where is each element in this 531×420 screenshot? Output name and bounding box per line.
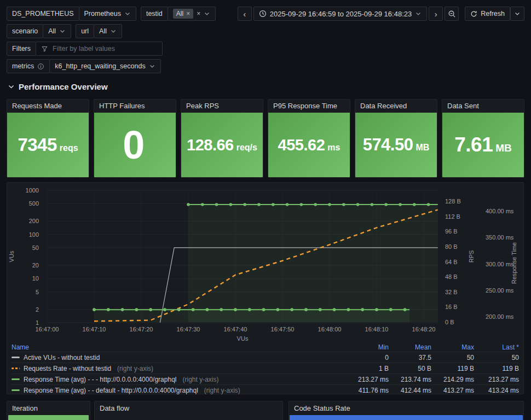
svg-text:16:47:50: 16:47:50	[271, 326, 295, 332]
svg-text:500: 500	[29, 200, 39, 207]
svg-text:250.00 ms: 250.00 ms	[486, 287, 514, 294]
legend-mean-header[interactable]: Mean	[389, 343, 431, 351]
code-status-rate-panel: Code Status Rate	[288, 401, 524, 420]
series-mean: 50 B	[389, 365, 431, 372]
legend-min-header[interactable]: Min	[346, 343, 389, 351]
legend-series-toggle[interactable]: Response Time (avg) - - default - http:/…	[11, 387, 346, 394]
testid-picker[interactable]: All × ×	[168, 7, 216, 21]
svg-text:10: 10	[32, 275, 39, 282]
filters-input[interactable]	[51, 44, 157, 53]
chevron-down-icon	[514, 10, 521, 17]
svg-text:400.00 ms: 400.00 ms	[486, 208, 514, 214]
legend-series-toggle[interactable]: Active VUs - without testid	[11, 354, 346, 361]
svg-text:350.00 ms: 350.00 ms	[486, 234, 514, 241]
scenario-picker[interactable]: All	[43, 24, 71, 38]
svg-text:5: 5	[36, 289, 39, 295]
timeseries-chart[interactable]: 100050020010050201052116:47:0016:47:1016…	[7, 183, 523, 341]
legend-last-header[interactable]: Last *	[474, 343, 519, 351]
series-last: 213.27 ms	[474, 376, 519, 383]
iteration-gauge-bar	[8, 415, 89, 420]
series-min: 1 B	[346, 365, 389, 372]
scenario-label-text: scenario	[12, 27, 38, 35]
refresh-interval-picker[interactable]	[510, 7, 524, 21]
chevron-down-icon	[8, 83, 15, 90]
stat-unit: reqs	[60, 143, 78, 153]
series-mean: 412.44 ms	[389, 387, 431, 394]
stat-peak-rps: Peak RPS 128.66 req/s	[181, 99, 263, 178]
url-label: url	[76, 24, 94, 38]
stat-value: 455.62	[278, 136, 325, 154]
svg-text:48 B: 48 B	[445, 273, 458, 280]
svg-text:200.00 ms: 200.00 ms	[486, 313, 514, 320]
svg-text:32 B: 32 B	[445, 289, 458, 295]
scenario-value: All	[48, 27, 56, 35]
time-shift-forward-button[interactable]: ›	[429, 7, 443, 21]
time-range-picker[interactable]: 2025-09-29 16:46:59 to 2025-09-29 16:48:…	[253, 7, 428, 21]
series-min: 0	[346, 354, 389, 361]
url-picker[interactable]: All	[94, 24, 122, 38]
stat-unit: req/s	[236, 143, 257, 153]
refresh-button[interactable]: Refresh	[465, 7, 510, 21]
legend-name-header[interactable]: Name	[11, 343, 29, 351]
legend-series-toggle[interactable]: Requests Rate - without testid (right y-…	[11, 365, 346, 372]
svg-text:200: 200	[29, 218, 39, 224]
metrics-picker[interactable]: k6_http_req_waiting_seconds	[49, 59, 160, 73]
testid-variable: testid All × ×	[141, 7, 216, 21]
svg-text:96 B: 96 B	[445, 228, 458, 235]
filter-funnel-icon	[41, 45, 48, 52]
svg-text:2: 2	[36, 306, 39, 313]
legend-header: Name Min Mean Max Last *	[11, 342, 519, 352]
stat-unit: MB	[415, 143, 429, 153]
legend-series-toggle[interactable]: Response Time (avg) - - - http://0.0.0.0…	[11, 376, 346, 383]
svg-text:112 B: 112 B	[445, 213, 460, 220]
series-max: 50	[431, 354, 474, 361]
legend-row: Requests Rate - without testid (right y-…	[11, 363, 519, 374]
svg-text:VUs: VUs	[8, 250, 15, 262]
svg-text:50: 50	[32, 244, 39, 251]
svg-text:16:48:10: 16:48:10	[365, 326, 389, 332]
refresh-icon	[470, 10, 477, 18]
series-name: Response Time (avg) - - default - http:/…	[24, 387, 198, 394]
svg-text:16:48:00: 16:48:00	[318, 326, 342, 332]
info-icon	[37, 63, 44, 70]
testid-pill-value: All	[176, 10, 183, 18]
stat-unit: MB	[495, 142, 512, 154]
filters-group: Filters	[7, 42, 163, 56]
url-label-text: url	[81, 27, 89, 35]
stat-value: 128.66	[187, 136, 234, 154]
performance-overview-section[interactable]: Performance Overview	[8, 82, 108, 91]
code-status-bar	[290, 415, 523, 420]
series-last: 413.24 ms	[474, 387, 519, 394]
legend-max-header[interactable]: Max	[431, 343, 474, 351]
datasource-picker[interactable]: Prometheus	[79, 7, 136, 21]
timeseries-panel: 100050020010050201052116:47:0016:47:1016…	[7, 182, 524, 394]
time-shift-back-button[interactable]: ‹	[238, 7, 252, 21]
stat-value: 7.61	[454, 133, 493, 156]
chevron-down-icon	[110, 28, 117, 34]
series-name: Response Time (avg) - - - http://0.0.0.0…	[24, 376, 176, 383]
pill-remove-icon[interactable]: ×	[186, 10, 190, 17]
scenario-label: scenario	[7, 24, 43, 38]
svg-text:16:47:40: 16:47:40	[224, 326, 247, 332]
url-value: All	[99, 27, 107, 35]
series-min: 213.27 ms	[346, 376, 389, 383]
chevron-down-icon	[59, 28, 66, 34]
svg-text:100: 100	[29, 231, 39, 238]
zoom-out-button[interactable]	[445, 7, 459, 21]
metrics-label-text: metrics	[12, 62, 34, 70]
series-last: 119 B	[474, 365, 519, 372]
clear-all-icon[interactable]: ×	[197, 10, 200, 17]
grafana-dashboard: DS_PROMETHEUS Prometheus testid All × ×	[0, 0, 531, 420]
datasource-label: DS_PROMETHEUS	[7, 7, 79, 21]
testid-pill[interactable]: All ×	[173, 9, 193, 19]
testid-label: testid	[141, 7, 168, 21]
filters-input-box[interactable]	[36, 42, 163, 56]
svg-text:16:47:00: 16:47:00	[36, 326, 59, 332]
stat-value: 7345	[18, 135, 56, 155]
metrics-label: metrics	[7, 59, 50, 73]
series-max: 214.29 ms	[431, 376, 474, 383]
metrics-group: metrics k6_http_req_waiting_seconds	[7, 59, 161, 73]
filters-label-text: Filters	[12, 45, 31, 52]
refresh-group: Refresh	[465, 7, 524, 21]
legend-row: Active VUs - without testid 0 37.5 50 50	[11, 352, 519, 363]
